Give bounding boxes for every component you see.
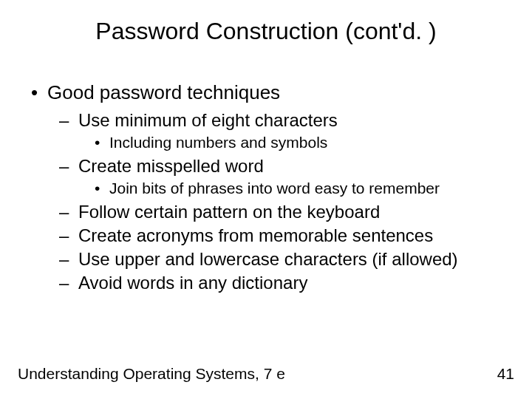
bullet-level3: Join bits of phrases into word easy to r… bbox=[95, 180, 501, 197]
bullet-text: Avoid words in any dictionary bbox=[78, 273, 307, 293]
bullet-level2: Create misspelled word bbox=[59, 156, 501, 177]
bullet-level2: Follow certain pattern on the keyboard bbox=[59, 202, 501, 222]
bullet-text: Create misspelled word bbox=[78, 156, 264, 176]
bullet-text: Good password techniques bbox=[47, 81, 280, 103]
bullet-text: Create acronyms from memorable sentences bbox=[78, 225, 433, 245]
bullet-level2: Avoid words in any dictionary bbox=[59, 273, 501, 293]
bullet-text: Including numbers and symbols bbox=[109, 134, 327, 151]
page-number: 41 bbox=[497, 365, 514, 383]
footer-source: Understanding Operating Systems, 7 e bbox=[18, 365, 285, 383]
bullet-text: Join bits of phrases into word easy to r… bbox=[109, 180, 440, 197]
slide-body: Good password techniques Use minimum of … bbox=[31, 81, 501, 296]
slide-title: Password Construction (cont'd. ) bbox=[0, 18, 532, 45]
bullet-level2: Create acronyms from memorable sentences bbox=[59, 225, 501, 246]
bullet-level1: Good password techniques bbox=[31, 81, 501, 104]
bullet-text: Follow certain pattern on the keyboard bbox=[78, 202, 380, 222]
bullet-level2: Use minimum of eight characters bbox=[59, 110, 501, 131]
bullet-text: Use minimum of eight characters bbox=[78, 110, 338, 130]
bullet-level3: Including numbers and symbols bbox=[95, 134, 501, 151]
slide: Password Construction (cont'd. ) Good pa… bbox=[0, 0, 532, 399]
bullet-text: Use upper and lowercase characters (if a… bbox=[78, 249, 458, 269]
bullet-level2: Use upper and lowercase characters (if a… bbox=[59, 249, 501, 270]
